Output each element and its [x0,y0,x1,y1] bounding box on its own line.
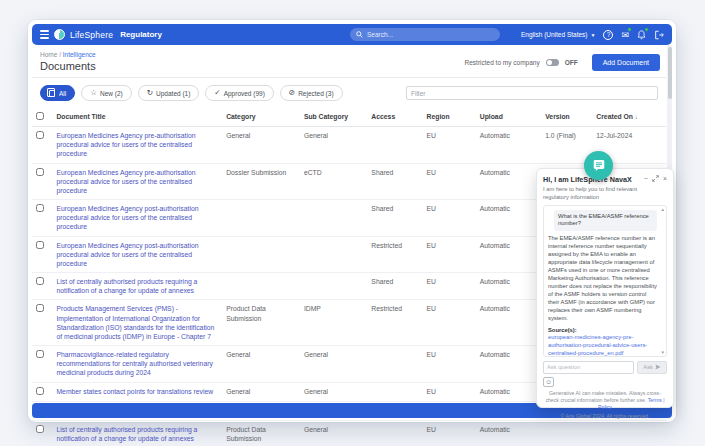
navax-chat-panel: Hi, I am LifeSphere NavaX − × I am here … [536,168,674,408]
chip-all-label: All [59,90,66,97]
document-title-link[interactable]: European Medicines Agency pre-authorisat… [56,169,195,194]
row-checkbox[interactable] [36,387,44,395]
chip-all[interactable]: All [40,85,75,101]
document-title-link[interactable]: List of centrally authorised products re… [56,426,197,442]
module-name: Regulatory [120,30,162,39]
col-access[interactable]: Access [367,107,422,127]
cell-access [367,127,422,164]
chip-approved[interactable]: ✓ Approved (99) [205,85,274,101]
ask-question-input[interactable] [543,361,634,374]
cell-category [222,273,300,300]
messages-icon[interactable]: ✉ [621,30,629,40]
row-checkbox[interactable] [36,350,44,358]
close-icon[interactable]: × [663,175,667,182]
global-search-input[interactable]: Search... [350,28,500,41]
search-placeholder: Search... [367,31,393,38]
ask-button-label: Ask [643,364,653,370]
cell-category: Product Data Submission [222,420,300,446]
document-title-link[interactable]: European Medicines Agency post-authorisa… [56,242,198,267]
logout-icon[interactable] [654,30,664,40]
sort-desc-icon[interactable]: ↓ [635,114,638,120]
restricted-toggle[interactable] [546,59,559,66]
document-title-link[interactable]: Member states contact points for transla… [56,388,213,395]
emoji-button[interactable]: ☺ [543,377,554,387]
col-upload[interactable]: Upload [476,107,541,127]
chip-new[interactable]: ☆ New (2) [81,85,132,101]
cell-access: Restricted [367,236,422,273]
expand-icon[interactable] [652,175,659,182]
cell-sub_category: General [300,382,367,401]
cell-category: General [222,382,300,401]
col-version[interactable]: Version [541,107,592,127]
cell-region: EU [423,300,476,346]
col-region[interactable]: Region [423,107,476,127]
row-checkbox[interactable] [36,131,44,139]
cell-category: Product Data Submission [222,300,300,346]
breadcrumb-home[interactable]: Home [40,51,57,58]
col-document-title[interactable]: Document Title [52,107,222,127]
notifications-icon[interactable] [637,30,646,40]
navax-chat-fab[interactable] [584,151,613,180]
row-checkbox[interactable] [36,204,44,212]
ask-button[interactable]: Ask [637,361,667,374]
document-title-link[interactable]: List of centrally authorised products re… [56,278,197,294]
terms-link[interactable]: Terms [648,397,662,403]
scrollbar-thumb[interactable] [668,47,672,99]
col-created-on[interactable]: Created On ↓ [592,107,666,127]
scroll-down-icon[interactable]: ▼ [661,350,665,355]
minimize-icon[interactable]: − [644,175,648,182]
select-all-checkbox[interactable] [36,112,44,120]
page-header-actions: Restricted to my company OFF Add Documen… [465,54,660,71]
cell-sub_category: General [300,420,367,446]
policy-link[interactable]: Policy [598,404,612,410]
row-checkbox[interactable] [36,304,44,312]
cell-upload: Automatic [476,200,541,237]
cell-created_on [592,420,666,446]
chip-new-label: New (2) [100,90,123,97]
col-sub-category[interactable]: Sub Category [300,107,367,127]
document-title-link[interactable]: European Medicines Agency post-authorisa… [56,205,198,230]
cell-access: Restricted [367,300,422,346]
chip-updated[interactable]: ↻ Updated (1) [138,85,200,101]
send-icon [655,364,661,370]
add-document-button[interactable]: Add Document [592,54,660,71]
cell-region: EU [423,420,476,446]
scroll-up-icon[interactable]: ▲ [661,207,665,212]
source-document-link[interactable]: european-medicines-agency-pre-authorisat… [548,333,657,357]
user-question-bubble: What is the EMEA/ASMF reference number? [554,210,657,232]
cell-upload: Automatic [476,382,541,401]
document-title-link[interactable]: Products Management Services (PMS) - Imp… [56,305,214,340]
chip-approved-label: Approved (99) [224,90,265,97]
chip-rejected[interactable]: ⊘ Rejected (3) [280,85,343,101]
chat-message-area[interactable]: ▲ What is the EMEA/ASMF reference number… [543,205,667,357]
cell-region: EU [423,163,476,200]
cell-upload: Automatic [476,420,541,446]
cell-sub_category [300,236,367,273]
cell-category: General [222,346,300,383]
filter-input[interactable] [406,86,658,100]
language-selector[interactable]: English (United States) ▼ [521,31,595,38]
chip-updated-label: Updated (1) [156,90,190,97]
cell-access [367,346,422,383]
chat-copyright: © Aris Global 2024. All rights reserved. [543,413,667,419]
row-checkbox[interactable] [36,425,44,433]
smiley-icon: ☺ [545,378,552,385]
breadcrumb-intelligence[interactable]: Intelligence [63,51,96,58]
hamburger-menu-icon[interactable] [40,30,49,38]
restricted-state: OFF [565,59,578,66]
document-title-link[interactable]: Pharmacovigilance-related regulatory rec… [56,351,212,376]
table-header-row: Document Title Category Sub Category Acc… [32,107,666,127]
cell-region: EU [423,127,476,164]
breadcrumb-separator: / [59,51,61,58]
col-category[interactable]: Category [222,107,300,127]
document-title-link[interactable]: European Medicines Agency pre-authorisat… [56,132,195,157]
created-on-label: Created On [596,113,633,120]
row-checkbox[interactable] [36,168,44,176]
cell-upload: Automatic [476,273,541,300]
row-checkbox[interactable] [36,277,44,285]
cell-category: General [222,127,300,164]
links-separator: | [663,397,664,403]
help-icon[interactable]: ? [603,30,613,40]
cell-sub_category [300,200,367,237]
row-checkbox[interactable] [36,241,44,249]
